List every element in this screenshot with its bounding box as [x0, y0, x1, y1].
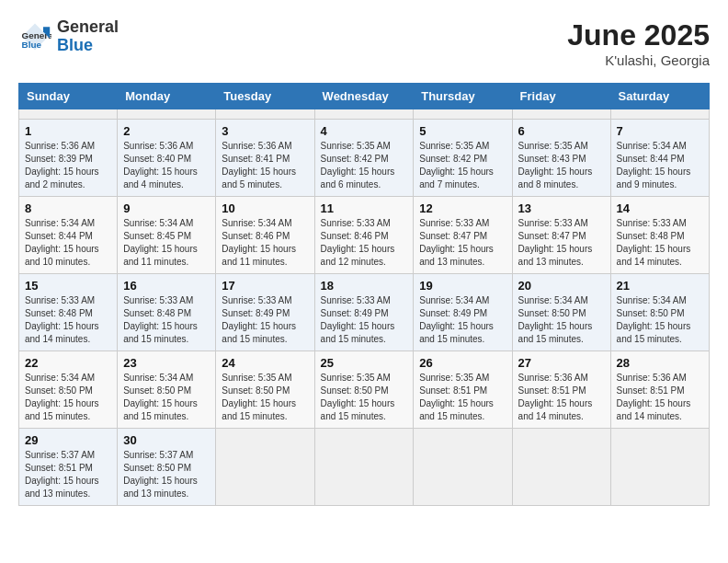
calendar-cell: 25 Sunrise: 5:35 AM Sunset: 8:50 PM Dayl…	[314, 351, 414, 429]
day-number: 5	[419, 124, 506, 138]
calendar-cell: 20 Sunrise: 5:34 AM Sunset: 8:50 PM Dayl…	[512, 274, 610, 351]
day-number: 23	[123, 356, 210, 370]
calendar-cell: 4 Sunrise: 5:35 AM Sunset: 8:42 PM Dayli…	[314, 120, 414, 197]
col-header-saturday: Saturday	[610, 84, 709, 109]
day-info: Sunrise: 5:35 AM Sunset: 8:50 PM Dayligh…	[222, 372, 308, 423]
col-header-thursday: Thursday	[414, 84, 512, 109]
calendar-cell: 5 Sunrise: 5:35 AM Sunset: 8:42 PM Dayli…	[414, 120, 512, 197]
col-header-tuesday: Tuesday	[216, 84, 314, 109]
calendar-cell	[512, 109, 610, 120]
calendar-cell: 15 Sunrise: 5:33 AM Sunset: 8:48 PM Dayl…	[19, 274, 118, 351]
day-number: 29	[25, 433, 111, 447]
calendar-cell: 16 Sunrise: 5:33 AM Sunset: 8:48 PM Dayl…	[118, 274, 216, 351]
day-number: 21	[617, 279, 703, 293]
calendar-cell: 18 Sunrise: 5:33 AM Sunset: 8:49 PM Dayl…	[314, 274, 414, 351]
calendar-cell	[610, 429, 709, 506]
calendar-cell	[314, 109, 414, 120]
day-info: Sunrise: 5:34 AM Sunset: 8:49 PM Dayligh…	[419, 294, 506, 346]
day-info: Sunrise: 5:37 AM Sunset: 8:50 PM Dayligh…	[123, 449, 210, 500]
day-info: Sunrise: 5:35 AM Sunset: 8:50 PM Dayligh…	[321, 372, 408, 423]
day-info: Sunrise: 5:35 AM Sunset: 8:42 PM Dayligh…	[321, 140, 408, 191]
day-number: 11	[321, 201, 408, 215]
calendar-cell: 10 Sunrise: 5:34 AM Sunset: 8:46 PM Dayl…	[216, 197, 314, 274]
day-number: 2	[123, 124, 210, 138]
calendar-cell: 6 Sunrise: 5:35 AM Sunset: 8:43 PM Dayli…	[512, 120, 610, 197]
calendar-week-row: 8 Sunrise: 5:34 AM Sunset: 8:44 PM Dayli…	[19, 197, 710, 274]
day-info: Sunrise: 5:34 AM Sunset: 8:46 PM Dayligh…	[222, 217, 308, 269]
calendar-header-row: SundayMondayTuesdayWednesdayThursdayFrid…	[19, 84, 710, 109]
svg-text:Blue: Blue	[22, 39, 42, 49]
day-number: 20	[518, 279, 605, 293]
calendar-cell: 24 Sunrise: 5:35 AM Sunset: 8:50 PM Dayl…	[216, 351, 314, 429]
calendar-week-row: 1 Sunrise: 5:36 AM Sunset: 8:39 PM Dayli…	[19, 120, 710, 197]
day-info: Sunrise: 5:34 AM Sunset: 8:44 PM Dayligh…	[25, 217, 111, 269]
day-info: Sunrise: 5:33 AM Sunset: 8:48 PM Dayligh…	[617, 217, 703, 269]
calendar-cell	[610, 109, 709, 120]
calendar-week-row: 22 Sunrise: 5:34 AM Sunset: 8:50 PM Dayl…	[19, 351, 710, 429]
calendar-cell: 28 Sunrise: 5:36 AM Sunset: 8:51 PM Dayl…	[610, 351, 709, 429]
calendar-week-row: 15 Sunrise: 5:33 AM Sunset: 8:48 PM Dayl…	[19, 274, 710, 351]
col-header-sunday: Sunday	[19, 84, 118, 109]
calendar-week-row: 29 Sunrise: 5:37 AM Sunset: 8:51 PM Dayl…	[19, 429, 710, 506]
day-info: Sunrise: 5:33 AM Sunset: 8:47 PM Dayligh…	[419, 217, 506, 269]
page-header: General Blue General Blue June 2025 K'ul…	[18, 18, 710, 68]
day-info: Sunrise: 5:33 AM Sunset: 8:49 PM Dayligh…	[222, 294, 308, 346]
day-info: Sunrise: 5:33 AM Sunset: 8:46 PM Dayligh…	[321, 217, 408, 269]
day-number: 28	[617, 356, 703, 370]
logo-text: General Blue	[57, 18, 119, 55]
calendar-cell	[414, 429, 512, 506]
logo-general-text: General	[57, 18, 119, 37]
calendar-cell: 12 Sunrise: 5:33 AM Sunset: 8:47 PM Dayl…	[414, 197, 512, 274]
day-number: 30	[123, 433, 210, 447]
calendar-week-row	[19, 109, 710, 120]
day-info: Sunrise: 5:36 AM Sunset: 8:40 PM Dayligh…	[123, 140, 210, 191]
day-info: Sunrise: 5:36 AM Sunset: 8:51 PM Dayligh…	[518, 372, 605, 423]
day-info: Sunrise: 5:36 AM Sunset: 8:39 PM Dayligh…	[25, 140, 111, 191]
calendar-cell: 26 Sunrise: 5:35 AM Sunset: 8:51 PM Dayl…	[414, 351, 512, 429]
day-number: 17	[222, 279, 308, 293]
day-info: Sunrise: 5:33 AM Sunset: 8:47 PM Dayligh…	[518, 217, 605, 269]
calendar-cell: 30 Sunrise: 5:37 AM Sunset: 8:50 PM Dayl…	[118, 429, 216, 506]
day-number: 25	[321, 356, 408, 370]
logo-icon: General Blue	[18, 20, 51, 53]
day-number: 22	[25, 356, 111, 370]
location: K'ulashi, Georgia	[567, 52, 710, 68]
calendar-cell: 17 Sunrise: 5:33 AM Sunset: 8:49 PM Dayl…	[216, 274, 314, 351]
calendar-cell: 9 Sunrise: 5:34 AM Sunset: 8:45 PM Dayli…	[118, 197, 216, 274]
calendar-cell: 27 Sunrise: 5:36 AM Sunset: 8:51 PM Dayl…	[512, 351, 610, 429]
day-number: 7	[617, 124, 703, 138]
month-title: June 2025	[567, 18, 710, 52]
day-number: 14	[617, 201, 703, 215]
day-number: 26	[419, 356, 506, 370]
day-info: Sunrise: 5:34 AM Sunset: 8:50 PM Dayligh…	[518, 294, 605, 346]
calendar-cell	[118, 109, 216, 120]
day-number: 4	[321, 124, 408, 138]
calendar-cell	[414, 109, 512, 120]
day-number: 10	[222, 201, 308, 215]
calendar-cell: 22 Sunrise: 5:34 AM Sunset: 8:50 PM Dayl…	[19, 351, 118, 429]
logo: General Blue General Blue	[18, 18, 119, 55]
day-number: 13	[518, 201, 605, 215]
calendar-cell: 29 Sunrise: 5:37 AM Sunset: 8:51 PM Dayl…	[19, 429, 118, 506]
calendar-cell: 19 Sunrise: 5:34 AM Sunset: 8:49 PM Dayl…	[414, 274, 512, 351]
col-header-friday: Friday	[512, 84, 610, 109]
day-number: 24	[222, 356, 308, 370]
calendar-cell: 2 Sunrise: 5:36 AM Sunset: 8:40 PM Dayli…	[118, 120, 216, 197]
day-number: 1	[25, 124, 111, 138]
calendar-cell: 11 Sunrise: 5:33 AM Sunset: 8:46 PM Dayl…	[314, 197, 414, 274]
day-info: Sunrise: 5:34 AM Sunset: 8:44 PM Dayligh…	[617, 140, 703, 191]
day-number: 8	[25, 201, 111, 215]
day-info: Sunrise: 5:34 AM Sunset: 8:50 PM Dayligh…	[617, 294, 703, 346]
calendar-cell: 1 Sunrise: 5:36 AM Sunset: 8:39 PM Dayli…	[19, 120, 118, 197]
title-block: June 2025 K'ulashi, Georgia	[567, 18, 710, 68]
day-number: 15	[25, 279, 111, 293]
day-info: Sunrise: 5:34 AM Sunset: 8:50 PM Dayligh…	[123, 372, 210, 423]
day-info: Sunrise: 5:35 AM Sunset: 8:51 PM Dayligh…	[419, 372, 506, 423]
day-info: Sunrise: 5:37 AM Sunset: 8:51 PM Dayligh…	[25, 449, 111, 500]
logo-blue-text: Blue	[57, 37, 119, 55]
day-number: 19	[419, 279, 506, 293]
day-number: 27	[518, 356, 605, 370]
calendar-cell: 14 Sunrise: 5:33 AM Sunset: 8:48 PM Dayl…	[610, 197, 709, 274]
day-number: 6	[518, 124, 605, 138]
col-header-wednesday: Wednesday	[314, 84, 414, 109]
